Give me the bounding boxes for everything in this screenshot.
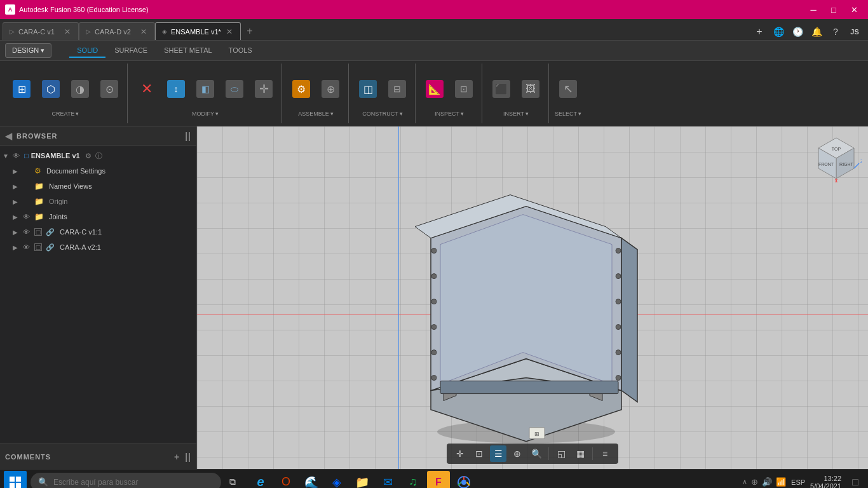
press-pull-button[interactable]: ◧ — [191, 70, 219, 108]
user-icon[interactable]: JS — [846, 24, 863, 40]
hole-button[interactable]: ⊙ — [95, 70, 123, 108]
browser-expand-icon[interactable]: || — [185, 131, 191, 141]
tab-close-cara-d[interactable]: ✕ — [139, 27, 148, 36]
mode-tab-surface[interactable]: SURFACE — [107, 44, 155, 58]
joint-origin-button[interactable]: ⊕ — [316, 70, 344, 108]
tree-item-doc-settings[interactable]: ▶ ⚙ Document Settings — [0, 163, 196, 179]
inspect-group-label[interactable]: INSPECT ▾ — [435, 111, 464, 117]
volume-icon[interactable]: 🔊 — [762, 477, 772, 487]
create-group-label[interactable]: CREATE ▾ — [52, 111, 79, 117]
eye-icon-cara-a[interactable]: 👁 — [23, 243, 32, 251]
eye-icon-cara-c[interactable]: 👁 — [23, 228, 32, 236]
viewcube[interactable]: TOP RIGHT FRONT Z X — [811, 133, 862, 184]
taskbar-right: ∧ ⊕ 🔊 📶 ESP 13:22 5/04/2021 □ — [742, 473, 864, 489]
fusion360-icon[interactable]: F — [427, 471, 450, 489]
mode-tab-solid[interactable]: SOLID — [69, 44, 105, 58]
tree-item-cara-c[interactable]: ▶ 👁 □ 🔗 CARA-C v1:1 — [0, 224, 196, 240]
revolve-button[interactable]: ◑ — [66, 70, 94, 108]
tree-item-joints[interactable]: ▶ 👁 📁 Joints — [0, 209, 196, 224]
offset-plane-button[interactable]: ◫ — [354, 70, 382, 108]
tab-add-button[interactable]: + — [241, 22, 259, 40]
look-at-button[interactable]: ⊕ — [509, 445, 526, 462]
browser-collapse-icon[interactable]: ◀ — [5, 131, 13, 141]
clock-icon[interactable]: 🕐 — [789, 24, 806, 40]
tab-cara-d[interactable]: ▷ CARA-D v2 ✕ — [79, 22, 155, 40]
taskview-button[interactable]: ⧉ — [221, 471, 244, 489]
maximize-button[interactable]: □ — [825, 1, 843, 18]
tree-item-named-views[interactable]: ▶ 📁 Named Views — [0, 179, 196, 194]
tab-close-cara-c[interactable]: ✕ — [63, 27, 72, 36]
bell-icon[interactable]: 🔔 — [808, 24, 825, 40]
midplane-button[interactable]: ⊟ — [383, 70, 411, 108]
tab-ensamble[interactable]: ◈ ENSAMBLE v1* ✕ — [155, 22, 241, 40]
globe-icon[interactable]: 🌐 — [770, 24, 787, 40]
zoom-button[interactable]: 🔍 — [528, 445, 545, 462]
assemble-group-label[interactable]: ASSEMBLE ▾ — [298, 111, 334, 117]
back-plate-right — [621, 238, 637, 402]
tree-item-ensamble[interactable]: ▼ 👁 □ ENSAMBLE v1 ⚙ ⓘ — [0, 148, 196, 163]
modify-group-label[interactable]: MODIFY ▾ — [192, 111, 219, 117]
viewport[interactable]: ⊞ TOP RIGHT FRONT Z X — [197, 126, 868, 469]
eye-icon-joints[interactable]: 👁 — [23, 213, 32, 220]
grid-button[interactable]: ▦ — [572, 445, 588, 462]
insert-group-label[interactable]: INSERT ▾ — [503, 111, 529, 117]
display-settings-button[interactable]: ≡ — [597, 445, 613, 462]
tray-icon-1[interactable]: ⊕ — [751, 477, 758, 487]
fit-button[interactable]: ⊡ — [471, 445, 487, 462]
search-input[interactable] — [53, 478, 214, 487]
comments-expand-icon[interactable]: || — [185, 452, 191, 462]
tree-item-cara-a[interactable]: ▶ 👁 □ 🔗 CARA-A v2:1 — [0, 240, 196, 255]
toolbar-area: DESIGN ▾ SOLID SURFACE SHEET METAL TOOLS — [0, 41, 868, 126]
info-icon-ensamble[interactable]: ⓘ — [95, 151, 102, 161]
chrome-icon[interactable] — [452, 471, 475, 489]
move-button[interactable]: ✛ — [250, 70, 278, 108]
start-button[interactable] — [4, 471, 27, 489]
insert-mesh-button[interactable]: ⬛ — [487, 70, 515, 108]
expand-tray-icon[interactable]: ∧ — [742, 478, 747, 486]
mode-tab-sheet-metal[interactable]: SHEET METAL — [156, 44, 219, 58]
select-button[interactable]: ↖ — [554, 70, 582, 108]
arrow-cara-c: ▶ — [13, 229, 20, 236]
extrude-button[interactable]: ⬡ — [37, 70, 65, 108]
comments-add-icon[interactable]: + — [174, 452, 180, 462]
notification-button[interactable]: □ — [846, 473, 864, 489]
section-button[interactable]: ⊡ — [450, 70, 478, 108]
delete-button[interactable]: ✕ — [133, 70, 161, 108]
tab-close-ensamble[interactable]: ✕ — [225, 27, 234, 36]
tree-item-origin[interactable]: ▶ 📁 Origin — [0, 194, 196, 209]
svg-rect-13 — [16, 483, 21, 488]
measure-button[interactable]: 📐 — [421, 70, 449, 108]
edge-icon[interactable]: e — [249, 471, 272, 489]
insert-image-button[interactable]: 🖼 — [517, 70, 545, 108]
tab-cara-c[interactable]: ▷ CARA-C v1 ✕ — [3, 22, 79, 40]
mode-tab-tools[interactable]: TOOLS — [221, 44, 260, 58]
settings-icon-ensamble[interactable]: ⚙ — [85, 152, 92, 160]
design-dropdown[interactable]: DESIGN ▾ — [5, 43, 51, 58]
eye-icon-ensamble[interactable]: 👁 — [13, 152, 22, 159]
tab-open-button[interactable]: + — [751, 24, 768, 40]
edge2-icon[interactable]: 🌊 — [300, 471, 323, 489]
titlebar-controls: ─ □ ✕ — [804, 1, 863, 18]
construct-group-label[interactable]: CONSTRUCT ▾ — [362, 111, 403, 117]
help-icon[interactable]: ? — [827, 24, 844, 40]
select-group-label[interactable]: SELECT ▾ — [555, 111, 581, 117]
office-icon[interactable]: O — [275, 471, 297, 489]
orbit-button[interactable]: ☰ — [490, 445, 506, 462]
joint-button[interactable]: ⚙ — [287, 70, 315, 108]
dropbox-icon[interactable]: ◈ — [325, 471, 348, 489]
svg-text:X: X — [835, 179, 838, 183]
minimize-button[interactable]: ─ — [804, 1, 822, 18]
spotify-icon[interactable]: ♫ — [402, 471, 424, 489]
network-icon[interactable]: 📶 — [776, 477, 786, 487]
fillet-button[interactable]: ⬭ — [220, 70, 248, 108]
push-pull-button[interactable]: ↕ — [162, 70, 190, 108]
explorer-icon[interactable]: 📁 — [351, 471, 374, 489]
language-indicator[interactable]: ESP — [791, 478, 805, 486]
close-button[interactable]: ✕ — [845, 1, 863, 18]
new-component-button[interactable]: ⊞ — [8, 70, 36, 108]
window-select-button[interactable]: ◱ — [553, 445, 569, 462]
search-bar[interactable]: 🔍 — [31, 473, 221, 489]
pan-button[interactable]: ✛ — [452, 445, 468, 462]
mail-icon[interactable]: ✉ — [376, 471, 399, 489]
rivet-12 — [616, 375, 621, 380]
